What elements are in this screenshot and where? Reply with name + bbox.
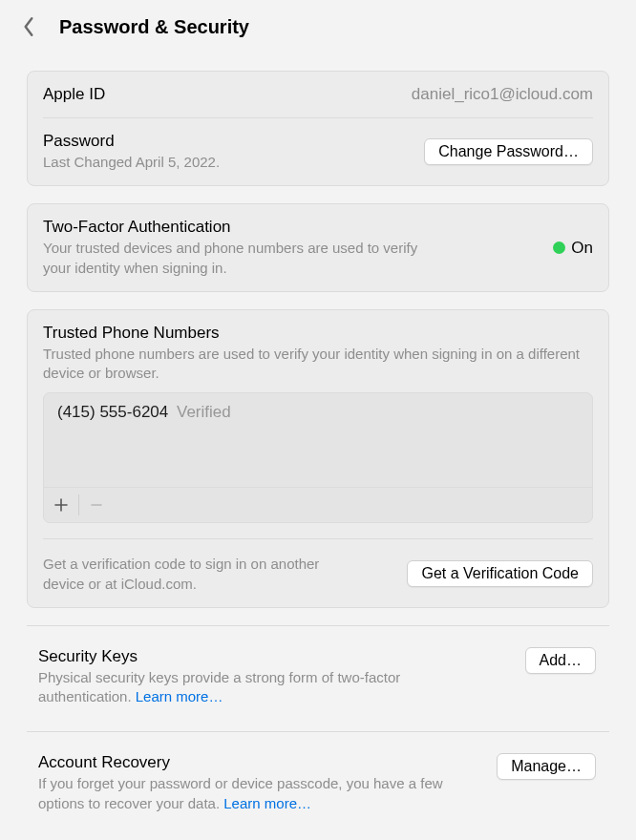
trusted-card: Trusted Phone Numbers Trusted phone numb…: [27, 309, 609, 608]
security-keys-desc: Physical security keys provide a strong …: [38, 668, 458, 707]
security-keys-section: Security Keys Physical security keys pro…: [27, 634, 609, 724]
trusted-phone-item[interactable]: (415) 555-6204 Verified: [44, 393, 592, 488]
divider: [27, 625, 609, 626]
account-recovery-title: Account Recovery: [38, 753, 458, 772]
trusted-header: Trusted Phone Numbers Trusted phone numb…: [28, 310, 608, 388]
appleid-card: Apple ID daniel_rico1@icloud.com Passwor…: [27, 71, 609, 186]
account-recovery-manage-button[interactable]: Manage…: [497, 753, 596, 780]
trusted-title: Trusted Phone Numbers: [43, 324, 220, 343]
get-verification-code-button[interactable]: Get a Verification Code: [407, 560, 593, 587]
phone-number: (415) 555-6204: [57, 403, 168, 421]
account-recovery-section: Account Recovery If you forget your pass…: [27, 740, 609, 830]
password-sub: Last Changed April 5, 2022.: [43, 153, 220, 172]
divider: [27, 731, 609, 732]
tfa-card: Two-Factor Authentication Your trusted d…: [27, 203, 609, 292]
trusted-desc: Trusted phone numbers are used to verify…: [43, 345, 593, 384]
titlebar: Password & Security: [0, 0, 636, 53]
verification-row: Get a verification code to sign in on an…: [28, 539, 608, 607]
password-label: Password: [43, 132, 220, 151]
status-dot-icon: [553, 242, 565, 254]
tfa-status: On: [553, 239, 593, 258]
account-recovery-desc: If you forget your password or device pa…: [38, 774, 458, 813]
tfa-sub: Your trusted devices and phone numbers a…: [43, 239, 444, 278]
tfa-status-text: On: [571, 239, 593, 258]
appleid-row: Apple ID daniel_rico1@icloud.com: [28, 72, 608, 117]
security-keys-learn-more[interactable]: Learn more…: [136, 688, 223, 704]
password-row: Password Last Changed April 5, 2022. Cha…: [28, 118, 608, 185]
phone-list-controls: [44, 488, 592, 522]
tfa-row: Two-Factor Authentication Your trusted d…: [28, 204, 608, 291]
phone-status: Verified: [177, 403, 231, 421]
add-phone-button[interactable]: [44, 488, 78, 522]
tfa-label: Two-Factor Authentication: [43, 218, 444, 237]
account-recovery-learn-more[interactable]: Learn more…: [223, 795, 311, 811]
appleid-label: Apple ID: [43, 85, 105, 104]
appleid-value: daniel_rico1@icloud.com: [412, 85, 593, 104]
remove-phone-button[interactable]: [79, 488, 114, 522]
page-title: Password & Security: [59, 16, 249, 38]
security-keys-add-button[interactable]: Add…: [525, 647, 596, 674]
back-button[interactable]: [15, 13, 42, 40]
trusted-phone-list: (415) 555-6204 Verified: [43, 392, 593, 523]
plus-icon: [54, 498, 68, 512]
verification-desc: Get a verification code to sign in on an…: [43, 555, 320, 594]
minus-icon: [90, 498, 103, 512]
security-keys-title: Security Keys: [38, 647, 458, 666]
change-password-button[interactable]: Change Password…: [424, 138, 593, 165]
chevron-left-icon: [22, 16, 35, 37]
